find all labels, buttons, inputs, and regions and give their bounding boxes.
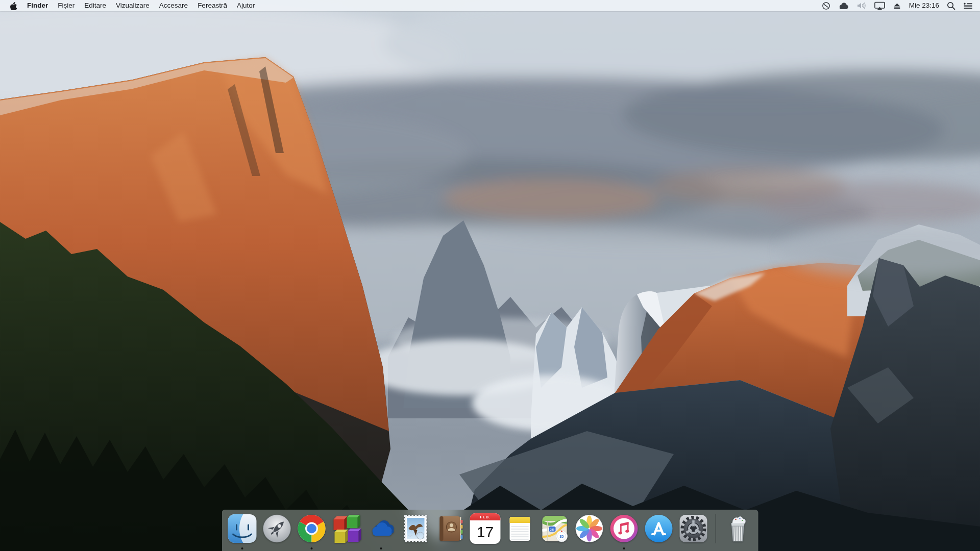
spotlight-search-icon[interactable]	[947, 2, 955, 10]
calendar-month-label: FEB.	[470, 513, 501, 520]
dock-launchpad[interactable]	[261, 513, 293, 544]
dock-system-preferences[interactable]	[678, 513, 709, 544]
dock-notes[interactable]	[504, 513, 536, 544]
menu-bar: Finder Fișier Editare Vizualizare Accesa…	[0, 0, 980, 11]
dock-maps[interactable]: 280 3D	[539, 513, 571, 544]
dock-color-blocks-app[interactable]	[331, 513, 362, 544]
onedrive-cloud-icon[interactable]	[838, 2, 849, 10]
notification-center-icon[interactable]	[963, 2, 973, 10]
running-indicator	[311, 547, 313, 549]
menu-bar-clock[interactable]: Mie 23:16	[909, 0, 939, 11]
apple-logo-icon[interactable]	[10, 2, 17, 10]
dock-app-store[interactable]	[643, 513, 675, 544]
dock-photos[interactable]	[574, 513, 605, 544]
calendar-day-label: 17	[470, 520, 501, 544]
dock-onedrive[interactable]	[365, 513, 397, 544]
dock-trash-full[interactable]	[722, 513, 754, 544]
menu-fisier[interactable]: Fișier	[58, 0, 75, 11]
dock-finder[interactable]	[227, 513, 258, 544]
airplay-display-icon[interactable]	[874, 2, 885, 10]
menu-editare[interactable]: Editare	[84, 0, 106, 11]
dock-calendar[interactable]: FEB. 17	[470, 513, 501, 544]
menu-ajutor[interactable]: Ajutor	[237, 0, 255, 11]
maps-compass-label: 3D	[559, 535, 564, 538]
menu-accesare[interactable]: Accesare	[159, 0, 188, 11]
volume-icon[interactable]	[856, 2, 867, 10]
menu-bar-status: Mie 23:16	[822, 0, 980, 11]
maps-shield-label: 280	[550, 528, 555, 531]
eject-icon[interactable]	[893, 2, 901, 10]
wallpaper-el-capitan	[0, 0, 980, 551]
running-indicator	[241, 547, 243, 549]
desktop: Finder Fișier Editare Vizualizare Accesa…	[0, 0, 980, 551]
dock-contacts[interactable]	[435, 513, 467, 544]
menu-fereastra[interactable]: Fereastră	[198, 0, 227, 11]
blocked-circle-icon[interactable]	[822, 2, 830, 10]
menu-bar-left: Finder Fișier Editare Vizualizare Accesa…	[0, 0, 255, 11]
dock-mail[interactable]	[400, 513, 432, 544]
dock: FEB. 17	[222, 510, 758, 551]
calendar-icon: FEB. 17	[470, 513, 501, 544]
running-indicator	[380, 547, 382, 549]
dock-chrome[interactable]	[296, 513, 328, 544]
dock-separator	[716, 514, 716, 543]
menu-finder[interactable]: Finder	[27, 0, 48, 11]
running-indicator	[623, 547, 625, 549]
dock-itunes[interactable]	[608, 513, 640, 544]
menu-vizualizare[interactable]: Vizualizare	[116, 0, 150, 11]
